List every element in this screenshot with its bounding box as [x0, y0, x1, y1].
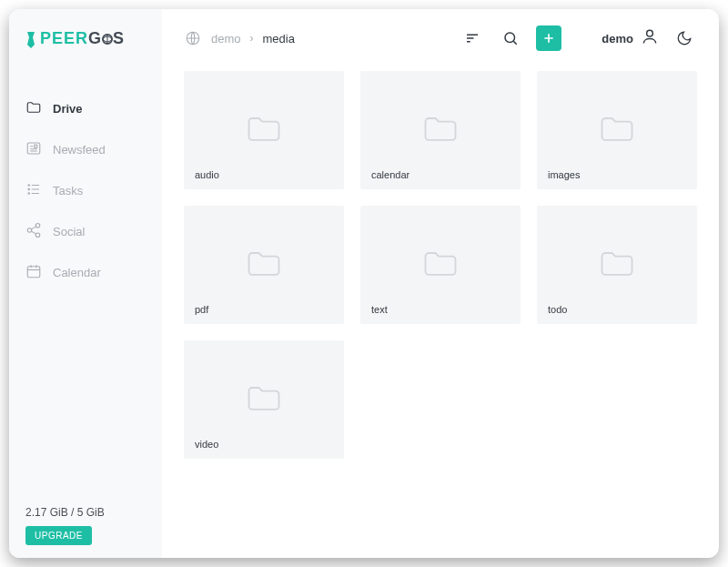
globe-icon[interactable] — [184, 29, 202, 47]
newsfeed-icon — [25, 140, 42, 159]
sidebar: PEERGS Drive Newsfeed Tasks — [9, 9, 162, 558]
topbar-actions: demo — [460, 25, 697, 51]
folder-card[interactable]: pdf — [184, 206, 344, 324]
add-button[interactable] — [536, 25, 561, 51]
chevron-right-icon: › — [250, 32, 254, 45]
sidebar-item-social[interactable]: Social — [9, 211, 162, 252]
svg-line-16 — [31, 231, 35, 234]
svg-point-10 — [28, 188, 30, 190]
folder-card[interactable]: audio — [184, 71, 344, 189]
svg-rect-5 — [35, 145, 37, 147]
user-icon — [641, 27, 659, 49]
folder-card[interactable]: text — [360, 206, 521, 324]
svg-point-25 — [505, 33, 515, 43]
folder-icon — [597, 108, 637, 152]
folder-icon — [244, 243, 284, 287]
svg-point-13 — [27, 228, 32, 233]
app-logo[interactable]: PEERGS — [9, 29, 162, 70]
svg-point-14 — [35, 233, 40, 238]
folder-icon — [25, 99, 42, 118]
breadcrumb-root[interactable]: demo — [211, 32, 241, 46]
sidebar-footer: 2.17 GiB / 5 GiB UPGRADE — [25, 506, 146, 545]
user-menu[interactable]: demo — [602, 27, 659, 49]
sidebar-item-drive[interactable]: Drive — [9, 88, 162, 129]
sidebar-nav: Drive Newsfeed Tasks Social — [9, 88, 162, 293]
svg-point-11 — [28, 193, 30, 195]
main-panel: demo › media demo — [162, 9, 719, 558]
topbar: demo › media demo — [162, 9, 719, 62]
nav-label: Social — [53, 225, 85, 238]
folder-card[interactable]: todo — [537, 206, 697, 324]
svg-rect-1 — [27, 143, 40, 154]
svg-point-12 — [35, 224, 40, 228]
sort-icon[interactable] — [460, 25, 485, 51]
theme-toggle-icon[interactable] — [672, 25, 697, 51]
svg-line-26 — [514, 41, 517, 44]
folder-icon — [597, 243, 637, 287]
folder-label: calendar — [371, 169, 410, 180]
svg-line-15 — [31, 227, 35, 229]
folder-grid: audiocalendarimagespdftexttodovideo — [162, 62, 719, 481]
user-name: demo — [602, 32, 633, 46]
sidebar-item-tasks[interactable]: Tasks — [9, 170, 162, 211]
folder-icon — [244, 108, 284, 152]
tasks-icon — [25, 181, 42, 200]
svg-point-9 — [28, 185, 30, 187]
folder-icon — [420, 243, 460, 287]
nav-label: Drive — [53, 102, 83, 116]
svg-point-29 — [647, 30, 653, 36]
logo-mark-icon — [25, 30, 36, 48]
folder-label: pdf — [195, 304, 208, 315]
search-icon[interactable] — [498, 25, 523, 51]
folder-icon — [244, 378, 284, 421]
folder-label: todo — [548, 304, 567, 315]
folder-label: audio — [195, 169, 219, 180]
folder-card[interactable]: video — [184, 340, 344, 459]
nav-label: Tasks — [53, 184, 83, 197]
folder-label: images — [548, 169, 580, 180]
breadcrumb-current[interactable]: media — [263, 32, 295, 46]
breadcrumb: demo › media — [184, 29, 449, 47]
folder-label: text — [371, 304, 388, 315]
storage-usage: 2.17 GiB / 5 GiB — [25, 506, 146, 519]
upgrade-button[interactable]: UPGRADE — [25, 526, 92, 545]
folder-label: video — [195, 439, 218, 450]
folder-icon — [420, 108, 460, 152]
folder-card[interactable]: images — [537, 71, 697, 189]
svg-rect-17 — [27, 267, 40, 278]
sidebar-item-newsfeed[interactable]: Newsfeed — [9, 129, 162, 170]
calendar-icon — [25, 263, 42, 282]
nav-label: Calendar — [53, 266, 101, 279]
nav-label: Newsfeed — [53, 143, 106, 157]
sidebar-item-calendar[interactable]: Calendar — [9, 252, 162, 293]
folder-card[interactable]: calendar — [360, 71, 521, 189]
social-icon — [25, 222, 42, 241]
app-name: PEERGS — [40, 29, 125, 48]
